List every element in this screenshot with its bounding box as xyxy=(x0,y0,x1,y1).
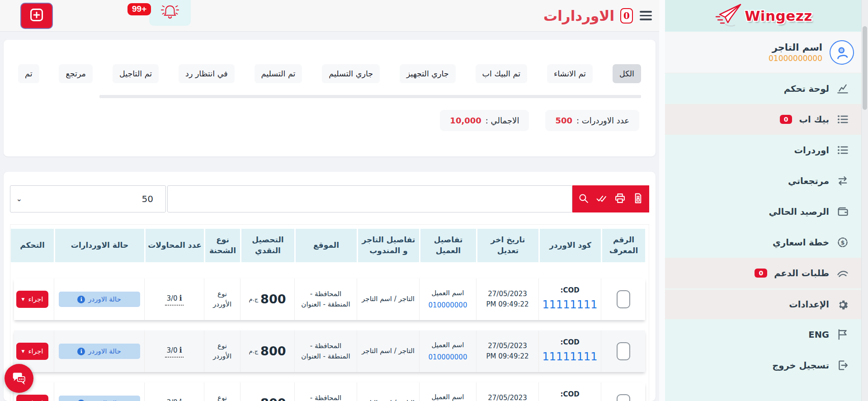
dollar-badge-icon: $ xyxy=(836,236,849,249)
status-info-icon: i xyxy=(77,296,85,303)
sidebar: Wingezz اسم التاجر 01000000000 xyxy=(665,0,861,401)
filter-tab-done[interactable]: تم xyxy=(18,64,39,83)
order-time: PM 09:49:22 xyxy=(486,351,528,362)
page-title: الاوردارات xyxy=(543,8,614,24)
svg-text:$: $ xyxy=(841,239,845,246)
status-cell: حالة الاوردر i xyxy=(54,330,144,372)
top-header: 99+ الاوردارات 0 xyxy=(0,0,659,32)
export-button[interactable] xyxy=(631,191,646,207)
logout-icon xyxy=(836,359,849,372)
merchant-phone: 01000000000 xyxy=(769,54,822,63)
chat-widget-button[interactable] xyxy=(5,364,33,393)
sidebar-item-settings[interactable]: الإعدادات xyxy=(665,288,861,319)
control-cell: اجراء ▼ xyxy=(11,278,54,320)
cod-label: COD: xyxy=(560,389,579,400)
sidebar-item-pickup[interactable]: بيك اب 0 xyxy=(665,104,861,135)
page-size-value: 50 xyxy=(142,193,153,204)
user-info: اسم التاجر 01000000000 xyxy=(769,42,822,63)
filter-tab-preparing[interactable]: جاري التجهيز xyxy=(400,64,456,83)
avatar xyxy=(828,38,856,66)
scrollbar-thumb[interactable] xyxy=(863,26,867,110)
sidebar-item-dashboard[interactable]: لوحة تحكم xyxy=(665,73,861,104)
title-group: الاوردارات 0 xyxy=(543,8,653,24)
currency-label: ج.م xyxy=(249,347,259,356)
shipment-type: نوع الأوردر xyxy=(208,393,237,401)
order-status-badge[interactable]: حالة الاوردر i xyxy=(59,396,140,401)
printer-icon xyxy=(614,193,626,205)
row-select-cell xyxy=(601,382,645,401)
status-info-icon: i xyxy=(77,348,85,355)
user-profile[interactable]: اسم التاجر 01000000000 xyxy=(665,32,861,73)
notifications-count-badge: 99+ xyxy=(127,3,151,15)
action-label: اجراء xyxy=(28,295,43,303)
table-header-row: الرقم المعرف كود الاوردر تاريخ اخر تعديل… xyxy=(14,229,645,262)
order-code-link[interactable]: 11111111 xyxy=(542,349,597,365)
attempts-info[interactable]: i 3/0 xyxy=(165,293,183,306)
action-dropdown-button[interactable]: اجراء ▼ xyxy=(16,291,49,308)
sidebar-menu: لوحة تحكم بيك اب 0 اوردرات xyxy=(665,73,861,381)
list-icon xyxy=(836,113,849,126)
merchant-cell: التاجر / اسم التاجر xyxy=(357,330,419,372)
wallet-icon xyxy=(836,205,849,218)
filter-tab-returned[interactable]: مرتجع xyxy=(59,64,93,83)
filter-tab-awaiting-reply[interactable]: في انتظار رد xyxy=(179,64,234,83)
table-row: COD: 11111111 27/05/2023 PM 09:49:22 اسم… xyxy=(14,278,645,320)
sidebar-item-language[interactable]: ENG xyxy=(665,319,861,350)
filter-tab-created[interactable]: تم الانشاء xyxy=(547,64,593,83)
action-label: اجراء xyxy=(28,347,43,355)
add-order-button[interactable] xyxy=(20,3,53,29)
location-text: المحافظة - المنطقة - العنوان xyxy=(298,289,354,310)
notifications-button[interactable]: 99+ xyxy=(149,0,191,26)
column-header-id: الرقم المعرف xyxy=(601,229,645,262)
attempts-info[interactable]: i 3/0 xyxy=(165,397,183,401)
sidebar-item-logout[interactable]: تسجيل خروج xyxy=(665,350,861,381)
order-date: 27/05/2023 xyxy=(488,341,527,351)
merchant-name: اسم التاجر xyxy=(769,42,822,53)
scrollbar[interactable] xyxy=(861,0,868,401)
search-input[interactable] xyxy=(167,185,572,212)
select-all-button[interactable] xyxy=(594,191,609,207)
order-date: 27/05/2023 xyxy=(488,289,527,299)
order-code-link[interactable]: 11111111 xyxy=(542,297,597,313)
row-checkbox[interactable] xyxy=(617,342,630,360)
menu-icon[interactable] xyxy=(639,10,653,21)
order-status-label: حالة الاوردر xyxy=(88,347,121,355)
search-button[interactable] xyxy=(576,191,591,207)
filter-tab-delivering[interactable]: جاري التسليم xyxy=(322,64,380,83)
shipment-type: نوع الأوردر xyxy=(208,341,237,362)
print-button[interactable] xyxy=(613,191,627,207)
row-checkbox[interactable] xyxy=(617,394,630,401)
sidebar-item-returns[interactable]: مرتجعاتي xyxy=(665,165,861,196)
sidebar-item-balance[interactable]: الرصيد الحالي xyxy=(665,196,861,227)
sidebar-item-support[interactable]: طلبات الدعم 0 xyxy=(665,258,861,288)
tabs-divider xyxy=(99,95,641,98)
order-code-cell: COD: 11111111 xyxy=(538,278,601,320)
order-status-label: حالة الاوردر xyxy=(88,399,121,401)
last-update-cell: 27/05/2023 PM 09:49:22 xyxy=(476,382,538,401)
order-status-badge[interactable]: حالة الاوردر i xyxy=(59,344,140,359)
action-dropdown-button[interactable]: اجراء ▼ xyxy=(16,343,49,360)
order-date: 27/05/2023 xyxy=(488,393,527,401)
cod-label: COD: xyxy=(560,285,579,296)
brand-logo[interactable]: Wingezz xyxy=(665,0,861,32)
row-checkbox[interactable] xyxy=(617,290,630,308)
page-size-select[interactable]: ⌄ 50 xyxy=(10,185,166,212)
customer-phone-link[interactable]: 010000000 xyxy=(429,352,467,363)
action-dropdown-button[interactable]: اجراء ▼ xyxy=(16,395,49,401)
cod-label: COD: xyxy=(560,337,579,348)
filter-tab-postponed[interactable]: تم التاجيل xyxy=(113,64,159,83)
attempts-info[interactable]: i 3/0 xyxy=(165,345,183,358)
filter-tab-delivered[interactable]: تم التسليم xyxy=(255,64,302,83)
main-area: 99+ الاوردارات 0 الكل تم الانشاء تم البي… xyxy=(0,0,665,401)
currency-label: ج.م xyxy=(249,399,259,401)
column-header-merchant: تفاصيل التاجر و المندوب xyxy=(357,229,419,262)
orders-count-badge: 0 xyxy=(620,8,633,24)
sidebar-item-pricing-plan[interactable]: $ خطة اسعاري xyxy=(665,227,861,258)
merchant-name: التاجر / اسم التاجر xyxy=(362,346,415,356)
filter-tab-picked-up[interactable]: تم البيك اب xyxy=(476,64,527,83)
filter-tab-all[interactable]: الكل xyxy=(613,64,641,83)
list-icon xyxy=(836,143,849,157)
sidebar-item-orders[interactable]: اوردرات xyxy=(665,135,861,165)
order-status-badge[interactable]: حالة الاوردر i xyxy=(59,292,140,307)
customer-phone-link[interactable]: 010000000 xyxy=(429,300,467,311)
